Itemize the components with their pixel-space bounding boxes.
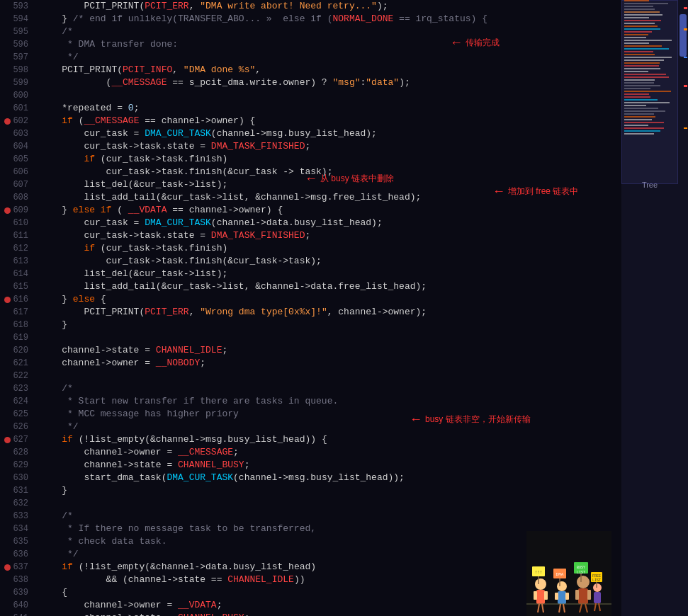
code-line-627: 627 if (!list_empty(&channel->msg.busy_l…: [0, 433, 621, 446]
minimap-line: [624, 20, 661, 21]
line-content-630: start_dma_task(DMA_CUR_TASK(channel->msg…: [34, 472, 621, 484]
minimap-line: [624, 82, 654, 84]
svg-rect-2: [536, 590, 545, 604]
line-content-629: channel->state = CHANNEL_BUSY;: [34, 459, 621, 472]
minimap-line: [624, 17, 649, 18]
line-content-601: *repeated = 0;: [34, 102, 621, 115]
minimap-line: [624, 96, 650, 98]
code-line-619: 619: [0, 331, 621, 344]
line-content-594: } /* end if unlikely(TRANSFER_ABO... » e…: [34, 13, 621, 25]
minimap-line: [624, 93, 649, 95]
svg-rect-4: [544, 591, 548, 600]
line-number-631: 631: [0, 484, 34, 497]
minimap-line: [624, 42, 649, 44]
svg-text:LIST: LIST: [592, 578, 601, 583]
line-content-605: if (cur_task->task.finish): [34, 153, 621, 166]
minimap-line: [624, 76, 669, 78]
editor-container: 593 PCIT_PRINT(PCIT_ERR, "DMA write abor…: [0, 0, 688, 616]
code-line-603: 603 cur_task = DMA_CUR_TASK(channel->msg…: [0, 127, 621, 140]
minimap-line: [624, 45, 662, 47]
svg-rect-17: [575, 590, 579, 600]
code-line-601: 601 *repeated = 0;: [0, 102, 621, 115]
line-number-594: 594: [0, 13, 34, 25]
breakpoint-dot-609[interactable]: [4, 207, 11, 214]
code-line-608: 608 list_add_tail(&cur_task->list, &chan…: [0, 191, 621, 204]
code-line-597: 597 */: [0, 51, 621, 64]
breakpoint-dot-637[interactable]: [4, 564, 11, 571]
line-number-639: 639: [0, 586, 34, 599]
code-line-625: 625 * MCC message has higher priory: [0, 408, 621, 421]
code-line-620: 620 channel->state = CHANNEL_IDLE;: [0, 344, 621, 357]
minimap-line: [624, 102, 670, 103]
line-number-614: 614: [0, 268, 34, 280]
svg-rect-11: [565, 593, 569, 600]
minimap-line: [624, 113, 654, 115]
line-content-609: } else if ( __VDATA == channel->owner) {: [34, 204, 621, 217]
line-content-626: */: [34, 421, 621, 433]
minimap-line: [624, 23, 655, 24]
code-line-612: 612 if (cur_task->task.finish): [0, 242, 621, 255]
line-number-613: 613: [0, 255, 34, 268]
line-content-633: /*: [34, 510, 621, 523]
code-line-629: 629 channel->state = CHANNEL_BUSY;: [0, 459, 621, 472]
line-content-628: channel->owner = __CMESSAGE;: [34, 446, 621, 459]
code-line-609: 609 } else if ( __VDATA == channel->owne…: [0, 204, 621, 217]
breakpoint-dot-616[interactable]: [4, 297, 11, 303]
line-number-600: 600: [0, 89, 34, 102]
minimap-viewport[interactable]: [621, 0, 678, 184]
code-area[interactable]: 593 PCIT_PRINT(PCIT_ERR, "DMA write abor…: [0, 0, 621, 616]
code-line-611: 611 cur_task->task.state = DMA_TASK_FINI…: [0, 229, 621, 242]
code-line-621: 621 channel->owner = __NOBODY;: [0, 357, 621, 370]
svg-rect-9: [558, 591, 566, 604]
code-line-600: 600: [0, 89, 621, 102]
code-line-598: 598 PCIT_PRINT(PCIT_INFO, "DMA done %s",: [0, 64, 621, 76]
line-content-602: if (__CMESSAGE == channel->owner) {: [34, 115, 621, 127]
minimap-line: [624, 25, 658, 27]
line-number-618: 618: [0, 319, 34, 331]
minimap-line: [624, 85, 660, 86]
minimap-line: [624, 79, 655, 81]
decoration-image: !!! DMA BUSY LIST: [526, 531, 611, 616]
line-content-606: cur_task->task.finish(&cur_task -> task)…: [34, 166, 621, 178]
line-number-602: 602: [0, 115, 34, 127]
line-content-624: * Start new transfer if there are tasks …: [34, 395, 621, 408]
svg-point-1: [535, 578, 546, 590]
line-content-620: channel->state = CHANNEL_IDLE;: [34, 344, 621, 357]
svg-text:LIST: LIST: [577, 571, 585, 575]
minimap-line: [624, 119, 652, 120]
scrollbar-thumb[interactable]: [679, 14, 687, 57]
line-number-635: 635: [0, 535, 34, 548]
line-number-622: 622: [0, 370, 34, 382]
line-content-617: PCIT_PRINT(PCIT_ERR, "Wrong dma type[0x%…: [34, 306, 621, 319]
warning-marker-2: [684, 127, 687, 129]
minimap-line: [624, 68, 660, 69]
minimap-line: [624, 8, 655, 10]
code-line-618: 618 }: [0, 319, 621, 331]
code-line-614: 614 list_del(&cur_task->list);: [0, 268, 621, 280]
breakpoint-dot-627[interactable]: [4, 437, 11, 443]
line-number-593: 593: [0, 0, 34, 13]
minimap[interactable]: Tree: [621, 0, 678, 616]
svg-rect-16: [578, 588, 588, 604]
breakpoint-dot-602[interactable]: [4, 118, 11, 125]
line-number-605: 605: [0, 153, 34, 166]
code-line-615: 615 list_add_tail(&cur_task->list, &chan…: [0, 280, 621, 293]
error-marker: [684, 7, 687, 9]
svg-text:DMA: DMA: [556, 572, 564, 577]
code-line-599: 599 (__CMESSAGE == s_pcit_dma.write.owne…: [0, 76, 621, 89]
code-line-607: 607 list_del(&cur_task->list);: [0, 178, 621, 191]
line-content-612: if (cur_task->task.finish): [34, 242, 621, 255]
line-content-598: PCIT_PRINT(PCIT_INFO, "DMA done %s",: [34, 64, 621, 76]
minimap-line: [624, 125, 648, 126]
code-line-630: 630 start_dma_task(DMA_CUR_TASK(channel-…: [0, 472, 621, 484]
right-scrollbar[interactable]: [678, 0, 688, 616]
line-number-629: 629: [0, 459, 34, 472]
minimap-line: [624, 110, 665, 112]
line-number-641: 641: [0, 612, 34, 616]
minimap-line: [624, 51, 653, 52]
line-content-593: PCIT_PRINT(PCIT_ERR, "DMA write abort! N…: [34, 0, 621, 13]
minimap-line: [624, 6, 653, 7]
svg-point-15: [577, 576, 590, 588]
lines-container: 593 PCIT_PRINT(PCIT_ERR, "DMA write abor…: [0, 0, 621, 616]
minimap-line: [624, 91, 671, 92]
